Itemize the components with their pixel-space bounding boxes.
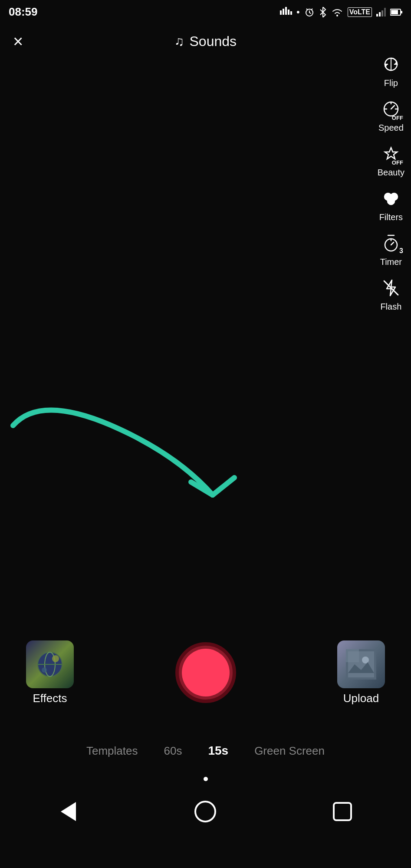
effects-button[interactable]: Effects [26,640,74,705]
flash-button[interactable]: Flash [379,276,403,312]
filters-icon [379,186,403,211]
svg-line-9 [311,9,312,10]
bluetooth-icon [319,7,327,17]
svg-line-8 [306,9,308,10]
status-time: 08:59 [9,5,38,19]
upload-label: Upload [343,692,379,705]
timer-label: Timer [380,257,402,267]
svg-rect-2 [285,7,287,15]
status-icons: • VoLTE [280,7,402,18]
beauty-icon: OFF [379,142,403,166]
mode-indicator-dot [204,777,208,781]
timer-button[interactable]: 3 Timer [379,231,403,267]
flash-label: Flash [380,302,401,312]
svg-rect-14 [384,8,386,17]
flip-button[interactable]: Flip [379,52,403,88]
svg-rect-12 [379,12,381,17]
dot-icon: • [296,7,300,18]
speed-off-badge: OFF [392,115,403,121]
header-title: ♫ Sounds [174,33,237,50]
svg-line-34 [191,482,213,495]
svg-rect-13 [381,10,383,17]
nav-recents-icon [333,802,352,821]
svg-rect-11 [376,14,378,17]
svg-rect-16 [391,10,398,14]
beauty-label: Beauty [378,168,404,178]
effects-thumb-icon [35,649,65,680]
signal-icon [376,8,386,17]
speed-icon: OFF [379,97,403,121]
speed-button[interactable]: OFF Speed [378,97,404,133]
upload-thumb-inner [337,640,385,688]
effects-label: Effects [33,692,67,705]
record-button[interactable] [175,642,236,703]
flip-label: Flip [384,78,398,88]
status-bar: 08:59 • VoLTE [0,0,411,24]
svg-rect-1 [283,9,284,15]
svg-line-35 [213,478,234,495]
tab-templates[interactable]: Templates [86,744,138,758]
upload-button[interactable]: Upload [337,640,385,705]
lte-icon: VoLTE [348,7,372,17]
svg-rect-17 [401,11,402,13]
svg-rect-0 [280,10,282,15]
record-button-inner [182,649,230,696]
camera-controls: Effects Upload [0,625,411,720]
filters-label: Filters [379,212,403,222]
svg-point-27 [388,198,395,205]
header: × ♫ Sounds [0,24,411,59]
timer-icon: 3 [379,231,403,255]
svg-rect-4 [290,11,292,15]
flip-icon [379,52,403,76]
nav-back-icon [61,802,76,821]
tab-60s[interactable]: 60s [164,744,182,758]
right-toolbar: Flip OFF Speed OFF Beauty [378,52,404,312]
tab-green-screen[interactable]: Green Screen [254,744,325,758]
svg-point-10 [336,15,338,17]
nav-bar [0,790,411,833]
upload-thumbnail [337,640,385,688]
sounds-title: Sounds [189,33,237,50]
alarm-icon [304,7,315,17]
upload-thumb-icon [346,649,376,680]
nav-home-button[interactable] [192,799,218,825]
svg-line-31 [391,242,394,245]
svg-rect-44 [346,649,359,662]
nav-home-icon [194,801,216,822]
timer-3-badge: 3 [399,247,403,255]
close-button[interactable]: × [13,33,23,50]
beauty-button[interactable]: OFF Beauty [378,142,404,178]
svg-point-40 [42,667,47,673]
filters-button[interactable]: Filters [379,186,403,222]
wifi-icon [331,7,343,17]
visualizer-icon [280,7,292,17]
nav-back-button[interactable] [56,799,82,825]
svg-point-39 [52,655,59,662]
speed-label: Speed [378,123,404,133]
flash-icon [379,276,403,300]
svg-rect-3 [288,10,289,15]
effects-thumb-inner [26,640,74,688]
svg-line-7 [309,13,311,13]
battery-icon [390,8,402,16]
svg-line-21 [391,106,395,109]
svg-point-43 [362,657,369,663]
tab-15s[interactable]: 15s [208,744,228,758]
beauty-off-badge: OFF [392,159,403,166]
music-icon: ♫ [174,34,184,49]
effects-thumbnail [26,640,74,688]
mode-tabs: Templates 60s 15s Green Screen [0,733,411,768]
nav-recents-button[interactable] [329,799,355,825]
